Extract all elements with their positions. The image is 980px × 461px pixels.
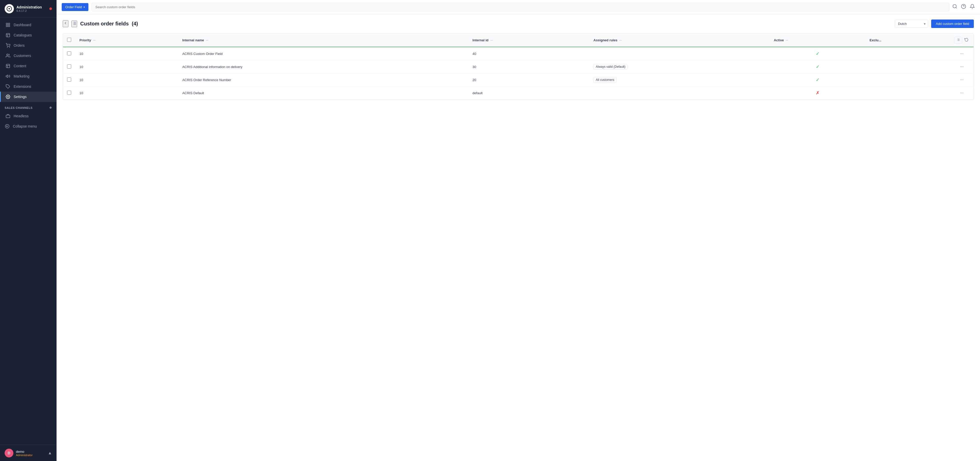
- user-role: Administrator: [16, 453, 33, 457]
- column-actions-button[interactable]: [954, 37, 962, 44]
- internal-id-cell: default: [468, 87, 589, 100]
- svg-marker-14: [6, 75, 8, 78]
- row-checkbox[interactable]: [67, 78, 71, 82]
- sidebar-item-extensions[interactable]: Extensions: [0, 81, 57, 92]
- active-col-menu-icon[interactable]: ···: [786, 39, 788, 42]
- add-custom-order-field-button[interactable]: Add custom order field: [931, 19, 974, 28]
- sidebar-item-settings[interactable]: Settings: [0, 92, 57, 102]
- header-actions: Dutch English German French Add custom o…: [895, 19, 974, 28]
- collapse-menu-item[interactable]: Collapse menu: [0, 121, 57, 131]
- internal-id-column-header: Internal id ···: [468, 33, 589, 47]
- collapse-label: Collapse menu: [13, 124, 37, 128]
- user-name: demo: [16, 450, 33, 453]
- internal-name-col-menu-icon[interactable]: ···: [206, 39, 208, 42]
- list-view-button[interactable]: [72, 21, 77, 27]
- notification-icon[interactable]: [970, 4, 975, 10]
- svg-point-8: [7, 47, 8, 48]
- dashboard-icon: [5, 22, 11, 27]
- add-sales-channel-icon[interactable]: ⊕: [49, 106, 52, 109]
- row-checkbox[interactable]: [67, 65, 71, 68]
- filter-button[interactable]: Order Field ▾: [62, 3, 88, 11]
- sidebar-item-label: Extensions: [14, 84, 31, 89]
- filter-label: Order Field: [65, 5, 82, 9]
- internal-name-column-header: Internal name ···: [178, 33, 468, 47]
- svg-rect-3: [6, 25, 8, 27]
- headless-icon: [5, 114, 11, 119]
- table-row: 10ACRIS Custom Order Field40✓···: [63, 47, 974, 60]
- assigned-rules-cell: [589, 87, 770, 100]
- row-checkbox-cell: [63, 87, 75, 100]
- row-checkbox-cell: [63, 47, 75, 60]
- internal-name-cell: ACRIS Order Reference Number: [178, 73, 468, 87]
- sidebar-item-marketing[interactable]: Marketing: [0, 71, 57, 81]
- language-select[interactable]: Dutch English German French: [895, 20, 928, 28]
- reset-button[interactable]: [963, 36, 969, 44]
- active-cell: ✓: [770, 47, 865, 60]
- inactive-x-icon: ✗: [816, 90, 819, 95]
- row-menu-button[interactable]: ···: [958, 50, 966, 57]
- svg-point-9: [9, 47, 10, 48]
- row-checkbox[interactable]: [67, 90, 71, 95]
- active-column-header: Active ···: [770, 33, 865, 47]
- orders-icon: [5, 43, 11, 48]
- sidebar-item-label: Dashboard: [14, 23, 31, 27]
- exclu-cell: [865, 47, 950, 60]
- sidebar-item-label: Headless: [14, 114, 29, 118]
- sidebar-logo: Administration 6.4.17.2: [0, 0, 57, 18]
- settings-icon: [5, 94, 11, 99]
- active-check-icon: ✓: [816, 64, 819, 69]
- exclu-cell: [865, 87, 950, 100]
- column-actions-header: [950, 33, 974, 47]
- row-menu-button[interactable]: ···: [958, 63, 966, 70]
- avatar: D: [5, 449, 13, 458]
- sidebar-item-headless[interactable]: Headless: [0, 111, 57, 121]
- row-menu-button[interactable]: ···: [958, 90, 966, 96]
- select-all-checkbox[interactable]: [67, 38, 71, 42]
- table-row: 10ACRIS Defaultdefault✗···: [63, 87, 974, 100]
- svg-rect-4: [8, 25, 10, 27]
- help-icon[interactable]: [961, 4, 966, 10]
- select-all-header: [63, 33, 75, 47]
- search-icon[interactable]: [952, 4, 958, 10]
- collapse-icon: [5, 124, 10, 129]
- row-menu-button[interactable]: ···: [958, 76, 966, 83]
- svg-point-10: [7, 54, 8, 55]
- rule-badge: All customers: [593, 77, 617, 82]
- status-dot: [49, 8, 52, 10]
- language-selector-wrapper: Dutch English German French: [895, 20, 928, 28]
- topbar: Order Field ▾: [57, 0, 980, 14]
- sidebar-item-label: Customers: [14, 54, 31, 58]
- internal-name-cell: ACRIS Default: [178, 87, 468, 100]
- internal-id-cell: 30: [468, 60, 589, 73]
- app-version: 6.4.17.2: [16, 9, 42, 12]
- assigned-rules-cell: [589, 47, 770, 60]
- svg-rect-11: [6, 64, 10, 68]
- table-row: 10ACRIS Additional information on delive…: [63, 60, 974, 73]
- sidebar-item-orders[interactable]: Orders: [0, 40, 57, 51]
- svg-rect-5: [6, 33, 10, 37]
- priority-col-menu-icon[interactable]: ···: [93, 39, 95, 42]
- main-content: Order Field ▾: [57, 0, 980, 461]
- row-menu-cell: ···: [950, 47, 974, 60]
- sidebar-item-catalogues[interactable]: Catalogues: [0, 30, 57, 40]
- catalogues-icon: [5, 33, 11, 38]
- internal-id-col-menu-icon[interactable]: ···: [490, 39, 493, 42]
- sidebar-item-customers[interactable]: Customers: [0, 51, 57, 61]
- chevron-up-icon[interactable]: ▲: [48, 451, 52, 455]
- active-check-icon: ✓: [816, 51, 819, 56]
- assigned-rules-col-menu-icon[interactable]: ···: [619, 39, 622, 42]
- search-input[interactable]: [92, 3, 949, 11]
- exclu-cell: [865, 60, 950, 73]
- row-menu-cell: ···: [950, 60, 974, 73]
- row-checkbox-cell: [63, 73, 75, 87]
- back-button[interactable]: [63, 20, 68, 27]
- sales-channels-section: Sales Channels ⊕: [0, 102, 57, 111]
- priority-cell: 10: [75, 60, 178, 73]
- sidebar-item-dashboard[interactable]: Dashboard: [0, 20, 57, 30]
- customers-icon: [5, 53, 11, 58]
- sidebar-item-content[interactable]: Content: [0, 61, 57, 71]
- app-name: Administration: [16, 5, 42, 9]
- content-area: Custom order fields (4) Dutch English Ge…: [57, 14, 980, 461]
- svg-line-21: [956, 8, 957, 8]
- row-checkbox[interactable]: [67, 51, 71, 55]
